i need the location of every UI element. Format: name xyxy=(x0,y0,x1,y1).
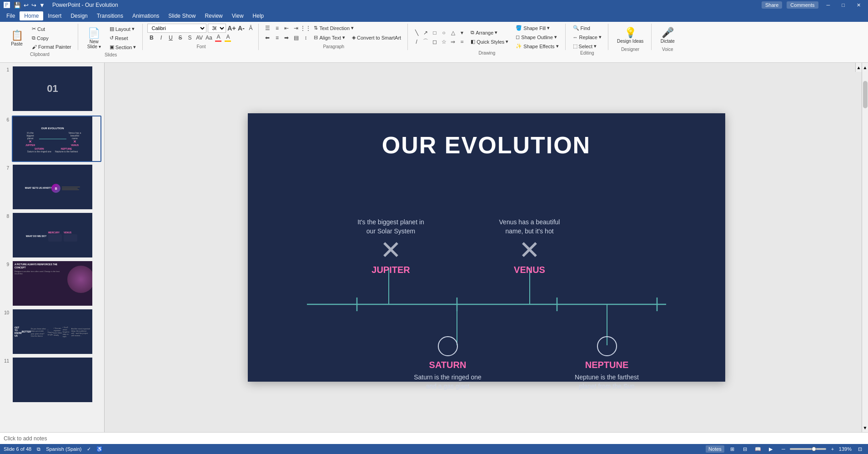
shape-star-btn[interactable]: ☆ xyxy=(440,38,448,46)
paste-button[interactable]: 📋 Paste xyxy=(5,25,28,51)
slideshow-button[interactable]: ▶ xyxy=(766,445,775,453)
slide-canvas[interactable]: OUR EVOLUTION It's xyxy=(248,113,725,382)
slide-thumb-9[interactable]: 9 A PICTURE ALWAYS REINFORCES THE CONCEP… xyxy=(2,259,102,308)
minimize-button[interactable]: ─ xyxy=(823,1,834,9)
strikethrough-button[interactable]: S xyxy=(176,34,184,42)
shape-curve-btn[interactable]: ⌒ xyxy=(421,38,430,46)
scroll-thumb[interactable] xyxy=(863,81,868,108)
slide-img-1[interactable]: 01 xyxy=(12,66,101,112)
align-text-button[interactable]: ⊟ Align Text ▾ xyxy=(311,33,348,42)
increase-font-button[interactable]: A+ xyxy=(227,24,236,32)
decrease-font-button[interactable]: A- xyxy=(237,24,245,32)
menu-transitions[interactable]: Transitions xyxy=(92,11,128,20)
comments-button[interactable]: Comments xyxy=(787,1,818,9)
slide-thumb-6[interactable]: 6 OUR EVOLUTION It's the biggest planet … xyxy=(2,115,102,163)
section-button[interactable]: ▣ Section ▾ xyxy=(107,43,139,51)
menu-help[interactable]: Help xyxy=(248,11,269,20)
shape-connector-btn[interactable]: / xyxy=(412,38,421,46)
slide-thumb-8[interactable]: 8 WHAT DO WE DO? MERCURY VENUS xyxy=(2,211,102,259)
shape-arrow-btn[interactable]: ↗ xyxy=(421,29,430,37)
notes-status-button[interactable]: Notes xyxy=(706,445,724,453)
maximize-button[interactable]: □ xyxy=(838,1,848,9)
scroll-down-arrow[interactable]: ▼ xyxy=(862,423,868,432)
bullets-button[interactable]: ☰ xyxy=(263,24,271,32)
zoom-level[interactable]: 139% xyxy=(839,446,852,452)
character-spacing-button[interactable]: AV xyxy=(195,34,203,42)
new-slide-button[interactable]: 📄 NewSlide ▾ xyxy=(83,25,105,51)
increase-indent-button[interactable]: ⇥ xyxy=(292,24,300,32)
clear-formatting-button[interactable]: Ā xyxy=(246,24,255,32)
normal-view-button[interactable]: ⊞ xyxy=(728,445,737,453)
customize-icon[interactable]: ▼ xyxy=(39,2,45,9)
text-highlight-button[interactable]: A xyxy=(224,34,232,42)
slide-img-6[interactable]: OUR EVOLUTION It's the biggest planet ✕ … xyxy=(12,116,101,162)
shape-rect-btn[interactable]: □ xyxy=(431,29,439,37)
align-center-button[interactable]: ≡ xyxy=(273,34,281,42)
zoom-track[interactable] xyxy=(790,448,826,450)
replace-button[interactable]: ↔ Replace ▾ xyxy=(570,33,604,41)
zoom-thumb[interactable] xyxy=(812,447,816,451)
accessibility-icon[interactable]: ♿ xyxy=(96,446,103,452)
spell-check-icon[interactable]: ✓ xyxy=(87,446,91,452)
shapes-more-btn[interactable]: ▾ xyxy=(458,29,466,37)
font-size-select[interactable]: 36 xyxy=(208,24,226,33)
menu-review[interactable]: Review xyxy=(200,11,227,20)
line-spacing-button[interactable]: ↕ xyxy=(301,34,310,42)
slide-img-9[interactable]: A PICTURE ALWAYS REINFORCES THE CONCEPT … xyxy=(12,260,101,307)
underline-button[interactable]: U xyxy=(166,34,175,42)
menu-slideshow[interactable]: Slide Show xyxy=(164,11,200,20)
format-painter-button[interactable]: 🖌 Format Painter xyxy=(29,43,74,51)
layout-button[interactable]: ▤ Layout ▾ xyxy=(107,25,139,33)
slide-thumb-11[interactable]: 11 xyxy=(2,356,102,404)
design-ideas-button[interactable]: 💡 Design Ideas xyxy=(613,25,647,46)
shadow-button[interactable]: S xyxy=(186,34,194,42)
change-case-button[interactable]: Aa xyxy=(205,34,213,42)
slide-title[interactable]: OUR EVOLUTION xyxy=(248,131,725,159)
menu-view[interactable]: View xyxy=(227,11,248,20)
slide-panel-scroll[interactable]: 1 01 6 OUR EVOLUTION xyxy=(2,65,102,430)
shape-oval-btn[interactable]: ○ xyxy=(440,29,448,37)
convert-smartart-button[interactable]: ◈ Convert to SmartArt xyxy=(349,33,404,42)
slide-sorter-button[interactable]: ⊟ xyxy=(741,445,750,453)
numbering-button[interactable]: ≡ xyxy=(273,24,281,32)
slide-img-11[interactable] xyxy=(12,357,101,403)
share-button[interactable]: Share xyxy=(762,1,782,9)
shape-outline-button[interactable]: ◻ Shape Outline ▾ xyxy=(513,33,561,41)
shape-fill-button[interactable]: 🪣 Shape Fill ▾ xyxy=(513,24,561,32)
shape-callout-btn[interactable]: ◻ xyxy=(431,38,439,46)
italic-button[interactable]: I xyxy=(157,34,165,42)
menu-file[interactable]: File xyxy=(2,11,20,20)
align-right-button[interactable]: ➡ xyxy=(282,34,291,42)
close-button[interactable]: ✕ xyxy=(853,1,864,9)
font-color-button[interactable]: A xyxy=(214,34,222,42)
save-icon[interactable]: 💾 xyxy=(14,2,21,9)
justify-button[interactable]: ▤ xyxy=(292,34,300,42)
font-name-select[interactable]: Calibri xyxy=(147,24,206,33)
slide-img-7[interactable]: WHAT SETS US APART? B xyxy=(12,164,101,210)
slide-img-8[interactable]: WHAT DO WE DO? MERCURY VENUS xyxy=(12,212,101,258)
zoom-out-button[interactable]: ─ xyxy=(779,445,788,453)
vertical-scrollbar[interactable]: ▲ ▼ xyxy=(862,63,868,432)
fit-slide-button[interactable]: ⊡ xyxy=(855,445,864,453)
cut-button[interactable]: ✂ Cut xyxy=(29,25,74,33)
find-button[interactable]: 🔍 Find xyxy=(570,24,604,32)
copy-button[interactable]: ⧉ Copy xyxy=(29,34,74,42)
menu-animations[interactable]: Animations xyxy=(128,11,164,20)
columns-button[interactable]: ⋮⋮ xyxy=(301,24,310,32)
quick-styles-button[interactable]: ◧ Quick Styles ▾ xyxy=(468,37,511,46)
zoom-in-button[interactable]: + xyxy=(828,445,837,453)
slide-thumb-7[interactable]: 7 WHAT SETS US APART? B xyxy=(2,163,102,211)
dictate-button[interactable]: 🎤 Dictate xyxy=(656,25,679,46)
bold-button[interactable]: B xyxy=(147,34,156,42)
slide-thumb-1[interactable]: 1 01 xyxy=(2,65,102,113)
shape-triangle-btn[interactable]: △ xyxy=(449,29,457,37)
menu-home[interactable]: Home xyxy=(20,11,43,20)
slide-img-10[interactable]: GET TO KNOW US BETTER Do you know what h… xyxy=(12,308,101,355)
align-left-button[interactable]: ⬅ xyxy=(263,34,271,42)
menu-insert[interactable]: Insert xyxy=(43,11,66,20)
undo-icon[interactable]: ↩ xyxy=(24,2,29,9)
decrease-indent-button[interactable]: ⇤ xyxy=(282,24,291,32)
reset-button[interactable]: ↺ Reset xyxy=(107,34,139,42)
arrange-button[interactable]: ⧉ Arrange ▾ xyxy=(468,28,511,37)
text-direction-button[interactable]: ⇅ Text Direction ▾ xyxy=(311,24,356,32)
